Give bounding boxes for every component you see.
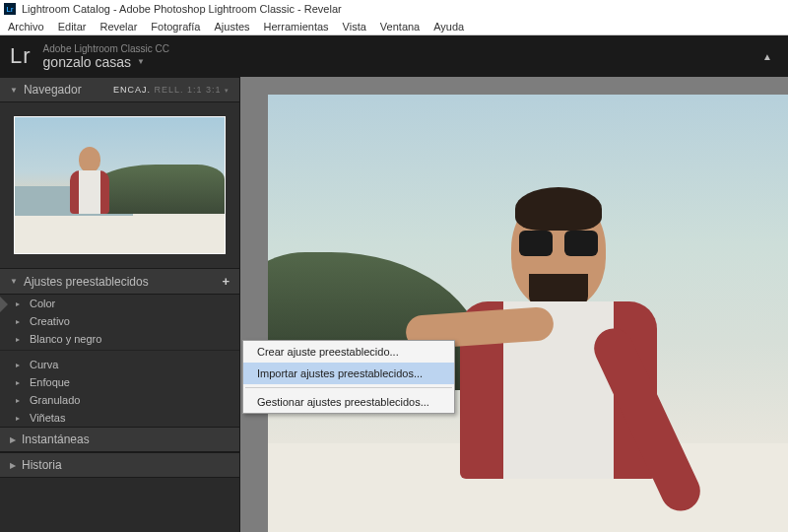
menu-item-manage-presets[interactable]: Gestionar ajustes preestablecidos... xyxy=(243,391,454,413)
main-area: ▼ Navegador ENCAJ. RELL. 1:1 3:1 ▾ ▼ Aju… xyxy=(0,77,788,532)
collapse-header-icon[interactable]: ▲ xyxy=(762,51,772,62)
user-name: gonzalo casas xyxy=(43,54,132,70)
disclosure-icon: ▶ xyxy=(10,435,16,444)
menubar: Archivo Editar Revelar Fotografía Ajuste… xyxy=(0,18,788,35)
preset-group[interactable]: Enfoque xyxy=(0,373,239,391)
disclosure-icon: ▶ xyxy=(10,461,16,470)
add-preset-icon[interactable]: + xyxy=(222,274,230,289)
navigator-preview[interactable] xyxy=(0,102,239,268)
panel-header-presets[interactable]: ▼ Ajustes preestablecidos + xyxy=(0,268,239,295)
menu-fotografia[interactable]: Fotografía xyxy=(151,21,200,33)
menu-vista[interactable]: Vista xyxy=(343,21,366,33)
menu-revelar[interactable]: Revelar xyxy=(99,21,137,33)
chevron-down-icon: ▾ xyxy=(225,87,230,94)
sidebar-collapse-handle[interactable] xyxy=(0,297,8,312)
user-dropdown[interactable]: gonzalo casas ▼ xyxy=(43,54,169,70)
preset-group[interactable]: Viñetas xyxy=(0,409,239,427)
lr-logo: Lr xyxy=(10,43,32,69)
app-icon: Lr xyxy=(4,3,16,15)
panel-header-navegador[interactable]: ▼ Navegador ENCAJ. RELL. 1:1 3:1 ▾ xyxy=(0,77,239,102)
menu-ayuda[interactable]: Ayuda xyxy=(433,21,464,33)
panel-title: Ajustes preestablecidos xyxy=(24,275,149,289)
panel-title: Instantáneas xyxy=(22,432,90,446)
menu-separator xyxy=(245,387,452,388)
menu-ajustes[interactable]: Ajustes xyxy=(214,21,249,33)
chevron-down-icon: ▼ xyxy=(137,57,145,66)
panel-title: Navegador xyxy=(24,83,82,97)
navigator-thumbnail xyxy=(14,116,226,254)
panel-header-instantaneas[interactable]: ▶ Instantáneas xyxy=(0,427,239,452)
menu-item-create-preset[interactable]: Crear ajuste preestablecido... xyxy=(243,341,454,363)
menu-item-import-presets[interactable]: Importar ajustes preestablecidos... xyxy=(243,363,454,384)
preset-context-menu: Crear ajuste preestablecido... Importar … xyxy=(242,340,455,414)
disclosure-icon: ▼ xyxy=(10,86,18,95)
menu-herramientas[interactable]: Herramientas xyxy=(264,21,329,33)
main-photo xyxy=(268,95,788,532)
preset-group[interactable]: Granulado xyxy=(0,391,239,409)
menu-editar[interactable]: Editar xyxy=(58,21,87,33)
preset-group[interactable]: Creativo xyxy=(0,312,239,330)
menu-ventana[interactable]: Ventana xyxy=(380,21,420,33)
zoom-options[interactable]: ENCAJ. RELL. 1:1 3:1 ▾ xyxy=(113,85,230,95)
disclosure-icon: ▼ xyxy=(10,277,18,286)
window-title: Lightroom Catalog - Adobe Photoshop Ligh… xyxy=(22,3,342,15)
preset-group[interactable]: Color xyxy=(0,295,239,312)
canvas-area[interactable] xyxy=(240,77,788,532)
left-sidebar: ▼ Navegador ENCAJ. RELL. 1:1 3:1 ▾ ▼ Aju… xyxy=(0,77,240,532)
preset-group[interactable]: Blanco y negro xyxy=(0,330,239,348)
panel-title: Historia xyxy=(22,458,62,472)
window-titlebar: Lr Lightroom Catalog - Adobe Photoshop L… xyxy=(0,0,788,18)
menu-archivo[interactable]: Archivo xyxy=(8,21,44,33)
preset-list: Color Creativo Blanco y negro Curva Enfo… xyxy=(0,295,239,427)
product-name: Adobe Lightroom Classic CC xyxy=(43,43,169,54)
panel-header-historia[interactable]: ▶ Historia xyxy=(0,452,239,478)
preset-group[interactable]: Curva xyxy=(0,356,239,373)
app-header: Lr Adobe Lightroom Classic CC gonzalo ca… xyxy=(0,35,788,77)
